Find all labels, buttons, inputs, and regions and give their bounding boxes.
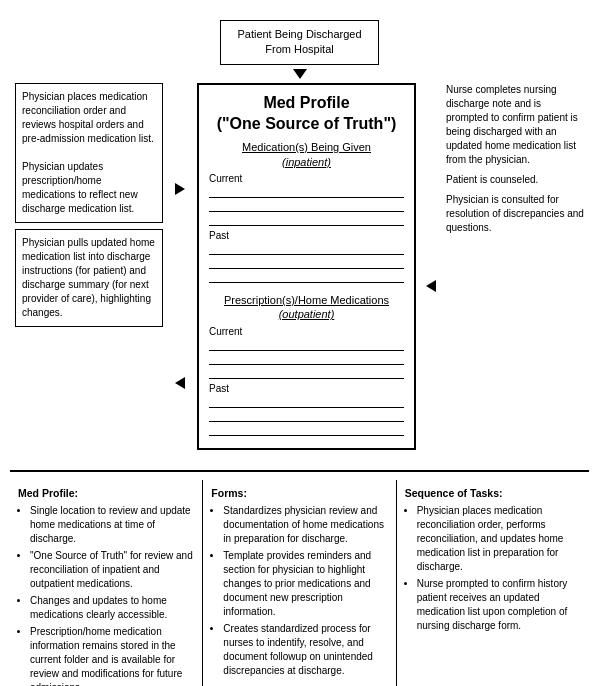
past-lines-outpatient <box>209 396 404 436</box>
line-3 <box>209 214 404 226</box>
med-profile-item-4: Prescription/home medication information… <box>30 625 194 686</box>
flowchart-section: Patient Being Discharged From Hospital P… <box>10 10 589 460</box>
past-label-2: Past <box>209 383 404 394</box>
inpatient-header: Medication(s) Being Given (inpatient) <box>209 140 404 169</box>
right-column: Nurse completes nursing discharge note a… <box>446 83 584 450</box>
forms-item-1: Standardizes physician review and docume… <box>223 504 387 546</box>
info-box-med-profile: Med Profile: Single location to review a… <box>10 480 203 686</box>
patient-discharged-box: Patient Being Discharged From Hospital <box>220 20 378 65</box>
med-profile-box: Med Profile ("One Source of Truth") Medi… <box>197 83 416 450</box>
info-box-forms: Forms: Standardizes physician review and… <box>203 480 396 686</box>
sequence-list: Physician places medication reconciliati… <box>405 504 581 633</box>
line-8 <box>209 353 404 365</box>
patient-counseled: Patient is counseled. <box>446 173 584 187</box>
right-arrows-column <box>418 83 444 450</box>
right-arrow-shape-top <box>175 183 185 195</box>
line-10 <box>209 396 404 408</box>
arrow-left-bottom <box>175 377 185 389</box>
right-panel-content: Nurse completes nursing discharge note a… <box>446 83 584 235</box>
main-container: Patient Being Discharged From Hospital P… <box>0 0 599 686</box>
mid-layout: Physician places medication reconciliati… <box>15 83 584 450</box>
physician-bottom-text: Physician pulls updated home medication … <box>22 237 155 318</box>
past-lines-inpatient <box>209 243 404 283</box>
med-profile-bottom-title: Med Profile: <box>18 486 194 501</box>
line-5 <box>209 257 404 269</box>
forms-item-2: Template provides reminders and section … <box>223 549 387 619</box>
left-arrows-column <box>165 83 195 450</box>
past-label: Past <box>209 230 404 241</box>
line-7 <box>209 339 404 351</box>
bottom-section: Med Profile: Single location to review a… <box>10 470 589 686</box>
current-label: Current <box>209 173 404 184</box>
current-label-2: Current <box>209 326 404 337</box>
outpatient-header: Prescription(s)/Home Medications (outpat… <box>209 293 404 322</box>
line-4 <box>209 243 404 255</box>
physician-consulted: Physician is consulted for resolution of… <box>446 193 584 235</box>
med-profile-item-3: Changes and updates to home medications … <box>30 594 194 622</box>
arrow-right-top <box>175 183 185 195</box>
line-12 <box>209 424 404 436</box>
physician-bottom-box: Physician pulls updated home medication … <box>15 229 163 327</box>
center-column: Med Profile ("One Source of Truth") Medi… <box>197 83 416 450</box>
down-arrow-1 <box>293 69 307 79</box>
physician-top-box: Physician places medication reconciliati… <box>15 83 163 223</box>
med-profile-list: Single location to review and update hom… <box>18 504 194 686</box>
line-11 <box>209 410 404 422</box>
left-arrow-shape-bottom <box>175 377 185 389</box>
sequence-title: Sequence of Tasks: <box>405 486 581 501</box>
line-1 <box>209 186 404 198</box>
left-column: Physician places medication reconciliati… <box>15 83 163 450</box>
forms-title: Forms: <box>211 486 387 501</box>
line-9 <box>209 367 404 379</box>
nurse-note: Nurse completes nursing discharge note a… <box>446 83 584 167</box>
line-2 <box>209 200 404 212</box>
sequence-item-2: Nurse prompted to confirm history patien… <box>417 577 581 633</box>
med-profile-item-2: "One Source of Truth" for review and rec… <box>30 549 194 591</box>
sequence-item-1: Physician places medication reconciliati… <box>417 504 581 574</box>
left-arrow-shape-top-right <box>426 280 436 292</box>
physician-top-text: Physician places medication reconciliati… <box>22 91 154 214</box>
arrow-left-top-right <box>426 280 436 292</box>
forms-list: Standardizes physician review and docume… <box>211 504 387 678</box>
med-profile-title: Med Profile ("One Source of Truth") <box>209 93 404 135</box>
patient-discharged-title-line1: Patient Being Discharged <box>237 28 361 40</box>
forms-item-3: Creates standardized process for nurses … <box>223 622 387 678</box>
current-lines-outpatient <box>209 339 404 379</box>
info-box-sequence: Sequence of Tasks: Physician places medi… <box>397 480 589 686</box>
med-profile-item-1: Single location to review and update hom… <box>30 504 194 546</box>
current-lines-inpatient <box>209 186 404 226</box>
patient-discharged-title-line2: From Hospital <box>265 43 333 55</box>
line-6 <box>209 271 404 283</box>
